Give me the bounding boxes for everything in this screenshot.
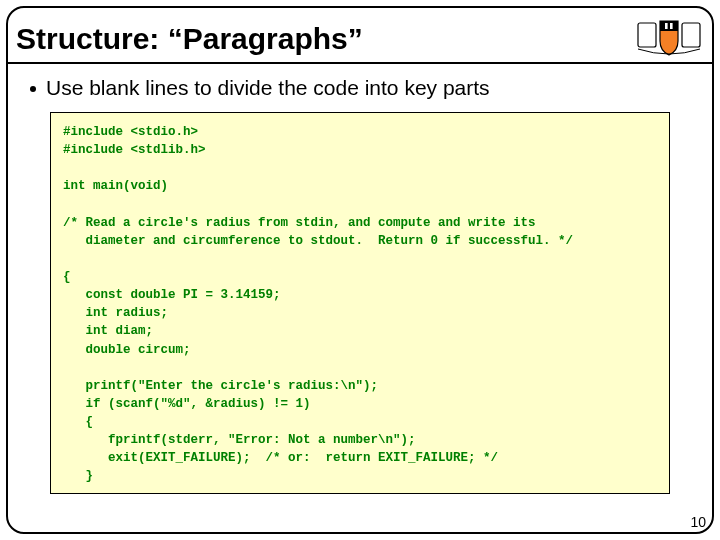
- svg-rect-2: [665, 23, 668, 29]
- code-line: /* Read a circle's radius from stdin, an…: [63, 216, 536, 230]
- code-line: int radius;: [63, 306, 168, 320]
- code-line: {: [63, 270, 71, 284]
- code-line: {: [63, 415, 93, 429]
- code-line: }: [63, 469, 93, 483]
- bullet-dot-icon: [30, 86, 36, 92]
- code-line: #include <stdlib.h>: [63, 143, 206, 157]
- svg-rect-1: [682, 23, 700, 47]
- bullet-item: Use blank lines to divide the code into …: [30, 76, 700, 100]
- princeton-crest-icon: [634, 17, 704, 61]
- code-line: #include <stdio.h>: [63, 125, 198, 139]
- code-line: fprintf(stderr, "Error: Not a number\n")…: [63, 433, 416, 447]
- code-line: …: [63, 488, 71, 495]
- code-line: if (scanf("%d", &radius) != 1): [63, 397, 311, 411]
- page-number: 10: [690, 514, 706, 530]
- code-line: double circum;: [63, 343, 191, 357]
- slide-title: Structure: “Paragraphs”: [16, 22, 363, 56]
- svg-rect-0: [638, 23, 656, 47]
- title-row: Structure: “Paragraphs”: [16, 12, 704, 66]
- title-underline: [8, 62, 712, 64]
- code-line: exit(EXIT_FAILURE); /* or: return EXIT_F…: [63, 451, 498, 465]
- code-line: const double PI = 3.14159;: [63, 288, 281, 302]
- bullet-text: Use blank lines to divide the code into …: [46, 76, 490, 100]
- code-line: printf("Enter the circle's radius:\n");: [63, 379, 378, 393]
- code-line: int diam;: [63, 324, 153, 338]
- code-line: diameter and circumference to stdout. Re…: [63, 234, 573, 248]
- code-block: #include <stdio.h> #include <stdlib.h> i…: [50, 112, 670, 494]
- svg-rect-3: [670, 23, 673, 29]
- code-line: int main(void): [63, 179, 168, 193]
